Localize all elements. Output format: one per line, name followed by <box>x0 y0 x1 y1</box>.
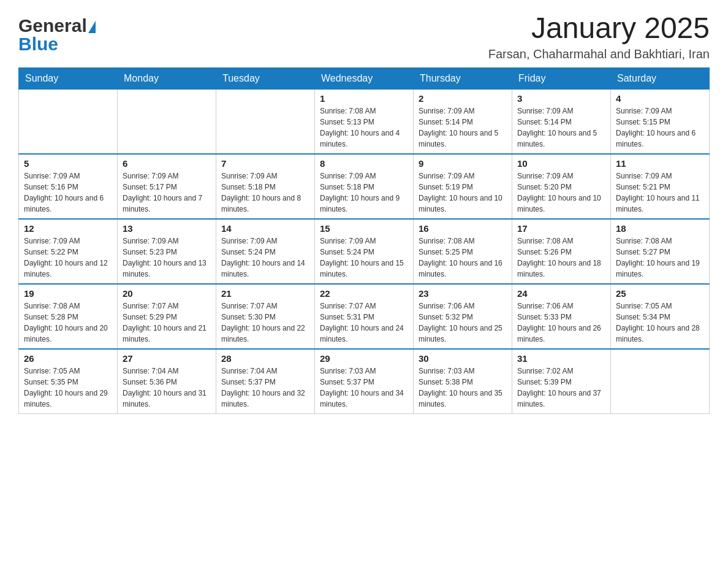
calendar-day-cell: 1Sunrise: 7:08 AMSunset: 5:13 PMDaylight… <box>315 89 414 154</box>
day-info: Sunrise: 7:07 AMSunset: 5:29 PMDaylight:… <box>123 301 211 345</box>
day-number: 2 <box>419 93 507 104</box>
day-header-thursday: Thursday <box>414 67 512 89</box>
logo-arrow-icon <box>88 21 96 33</box>
day-number: 5 <box>24 158 112 169</box>
day-info: Sunrise: 7:09 AMSunset: 5:24 PMDaylight:… <box>320 236 408 280</box>
day-info: Sunrise: 7:05 AMSunset: 5:35 PMDaylight:… <box>24 366 112 410</box>
day-number: 24 <box>517 288 605 299</box>
day-number: 16 <box>419 223 507 234</box>
day-info: Sunrise: 7:04 AMSunset: 5:37 PMDaylight:… <box>221 366 309 410</box>
logo-general-text: General <box>18 15 87 36</box>
calendar-week-row: 1Sunrise: 7:08 AMSunset: 5:13 PMDaylight… <box>19 89 710 154</box>
calendar-day-cell: 9Sunrise: 7:09 AMSunset: 5:19 PMDaylight… <box>414 154 512 219</box>
day-number: 23 <box>419 288 507 299</box>
day-number: 29 <box>320 353 408 364</box>
calendar-day-cell: 23Sunrise: 7:06 AMSunset: 5:32 PMDayligh… <box>414 284 512 349</box>
calendar-day-cell: 5Sunrise: 7:09 AMSunset: 5:16 PMDaylight… <box>19 154 118 219</box>
day-info: Sunrise: 7:05 AMSunset: 5:34 PMDaylight:… <box>616 301 704 345</box>
day-info: Sunrise: 7:03 AMSunset: 5:37 PMDaylight:… <box>320 366 408 410</box>
logo-blue-text: Blue <box>18 34 58 55</box>
calendar-day-cell: 14Sunrise: 7:09 AMSunset: 5:24 PMDayligh… <box>216 219 315 284</box>
day-info: Sunrise: 7:07 AMSunset: 5:30 PMDaylight:… <box>221 301 309 345</box>
day-info: Sunrise: 7:09 AMSunset: 5:15 PMDaylight:… <box>616 105 704 150</box>
logo: General Blue <box>18 12 96 55</box>
day-info: Sunrise: 7:08 AMSunset: 5:26 PMDaylight:… <box>517 236 605 280</box>
calendar-day-cell: 16Sunrise: 7:08 AMSunset: 5:25 PMDayligh… <box>414 219 512 284</box>
calendar-day-cell: 4Sunrise: 7:09 AMSunset: 5:15 PMDaylight… <box>611 89 710 154</box>
calendar-day-cell: 29Sunrise: 7:03 AMSunset: 5:37 PMDayligh… <box>315 349 414 414</box>
day-number: 6 <box>123 158 211 169</box>
calendar-header-row: SundayMondayTuesdayWednesdayThursdayFrid… <box>19 67 710 89</box>
calendar-day-cell: 17Sunrise: 7:08 AMSunset: 5:26 PMDayligh… <box>512 219 611 284</box>
calendar-table: SundayMondayTuesdayWednesdayThursdayFrid… <box>18 67 710 414</box>
calendar-day-cell <box>216 89 315 154</box>
day-header-wednesday: Wednesday <box>315 67 414 89</box>
calendar-day-cell: 25Sunrise: 7:05 AMSunset: 5:34 PMDayligh… <box>611 284 710 349</box>
day-info: Sunrise: 7:08 AMSunset: 5:13 PMDaylight:… <box>320 105 408 150</box>
day-header-sunday: Sunday <box>19 67 118 89</box>
calendar-day-cell: 26Sunrise: 7:05 AMSunset: 5:35 PMDayligh… <box>19 349 118 414</box>
day-number: 20 <box>123 288 211 299</box>
page-header: General Blue January 2025 Farsan, Chahar… <box>18 12 710 61</box>
calendar-day-cell: 10Sunrise: 7:09 AMSunset: 5:20 PMDayligh… <box>512 154 611 219</box>
calendar-day-cell: 8Sunrise: 7:09 AMSunset: 5:18 PMDaylight… <box>315 154 414 219</box>
day-header-friday: Friday <box>512 67 611 89</box>
day-info: Sunrise: 7:09 AMSunset: 5:14 PMDaylight:… <box>419 105 507 150</box>
day-info: Sunrise: 7:09 AMSunset: 5:18 PMDaylight:… <box>320 170 408 215</box>
calendar-day-cell: 15Sunrise: 7:09 AMSunset: 5:24 PMDayligh… <box>315 219 414 284</box>
day-info: Sunrise: 7:06 AMSunset: 5:33 PMDaylight:… <box>517 301 605 345</box>
calendar-day-cell: 20Sunrise: 7:07 AMSunset: 5:29 PMDayligh… <box>118 284 216 349</box>
day-number: 11 <box>616 158 704 169</box>
calendar-week-row: 12Sunrise: 7:09 AMSunset: 5:22 PMDayligh… <box>19 219 710 284</box>
day-number: 7 <box>221 158 309 169</box>
day-number: 13 <box>123 223 211 234</box>
day-number: 3 <box>517 93 605 104</box>
day-header-monday: Monday <box>118 67 216 89</box>
day-info: Sunrise: 7:08 AMSunset: 5:25 PMDaylight:… <box>419 236 507 280</box>
day-info: Sunrise: 7:08 AMSunset: 5:27 PMDaylight:… <box>616 236 704 280</box>
day-info: Sunrise: 7:02 AMSunset: 5:39 PMDaylight:… <box>517 366 605 410</box>
day-info: Sunrise: 7:09 AMSunset: 5:16 PMDaylight:… <box>24 170 112 215</box>
calendar-week-row: 26Sunrise: 7:05 AMSunset: 5:35 PMDayligh… <box>19 349 710 414</box>
calendar-week-row: 19Sunrise: 7:08 AMSunset: 5:28 PMDayligh… <box>19 284 710 349</box>
day-number: 12 <box>24 223 112 234</box>
day-info: Sunrise: 7:09 AMSunset: 5:19 PMDaylight:… <box>419 170 507 215</box>
calendar-day-cell <box>19 89 118 154</box>
day-info: Sunrise: 7:09 AMSunset: 5:20 PMDaylight:… <box>517 170 605 215</box>
day-number: 1 <box>320 93 408 104</box>
day-header-saturday: Saturday <box>611 67 710 89</box>
day-number: 27 <box>123 353 211 364</box>
calendar-day-cell: 11Sunrise: 7:09 AMSunset: 5:21 PMDayligh… <box>611 154 710 219</box>
calendar-day-cell: 24Sunrise: 7:06 AMSunset: 5:33 PMDayligh… <box>512 284 611 349</box>
day-number: 31 <box>517 353 605 364</box>
calendar-week-row: 5Sunrise: 7:09 AMSunset: 5:16 PMDaylight… <box>19 154 710 219</box>
day-number: 8 <box>320 158 408 169</box>
calendar-day-cell: 31Sunrise: 7:02 AMSunset: 5:39 PMDayligh… <box>512 349 611 414</box>
calendar-day-cell: 28Sunrise: 7:04 AMSunset: 5:37 PMDayligh… <box>216 349 315 414</box>
day-number: 21 <box>221 288 309 299</box>
day-number: 26 <box>24 353 112 364</box>
calendar-day-cell <box>118 89 216 154</box>
day-info: Sunrise: 7:06 AMSunset: 5:32 PMDaylight:… <box>419 301 507 345</box>
calendar-day-cell: 7Sunrise: 7:09 AMSunset: 5:18 PMDaylight… <box>216 154 315 219</box>
day-number: 28 <box>221 353 309 364</box>
month-title: January 2025 <box>488 12 710 45</box>
day-number: 25 <box>616 288 704 299</box>
day-header-tuesday: Tuesday <box>216 67 315 89</box>
calendar-day-cell: 21Sunrise: 7:07 AMSunset: 5:30 PMDayligh… <box>216 284 315 349</box>
calendar-day-cell: 22Sunrise: 7:07 AMSunset: 5:31 PMDayligh… <box>315 284 414 349</box>
day-number: 18 <box>616 223 704 234</box>
day-number: 4 <box>616 93 704 104</box>
calendar-day-cell: 19Sunrise: 7:08 AMSunset: 5:28 PMDayligh… <box>19 284 118 349</box>
day-number: 9 <box>419 158 507 169</box>
day-info: Sunrise: 7:08 AMSunset: 5:28 PMDaylight:… <box>24 301 112 345</box>
day-info: Sunrise: 7:09 AMSunset: 5:23 PMDaylight:… <box>123 236 211 280</box>
day-info: Sunrise: 7:09 AMSunset: 5:17 PMDaylight:… <box>123 170 211 215</box>
day-number: 19 <box>24 288 112 299</box>
day-info: Sunrise: 7:09 AMSunset: 5:24 PMDaylight:… <box>221 236 309 280</box>
day-info: Sunrise: 7:07 AMSunset: 5:31 PMDaylight:… <box>320 301 408 345</box>
calendar-day-cell <box>611 349 710 414</box>
day-number: 22 <box>320 288 408 299</box>
calendar-day-cell: 6Sunrise: 7:09 AMSunset: 5:17 PMDaylight… <box>118 154 216 219</box>
day-info: Sunrise: 7:09 AMSunset: 5:22 PMDaylight:… <box>24 236 112 280</box>
